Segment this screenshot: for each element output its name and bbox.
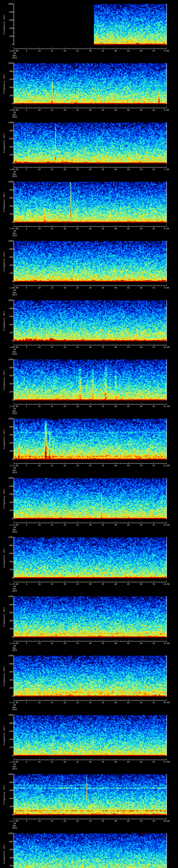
y-tick-label: 0 [4,695,13,698]
y-tick-label: 0 [4,162,13,164]
y-tick-label: 400 [4,679,13,681]
y-tick-label: 1000 [4,122,13,124]
y-tick-label: 1000 [4,536,13,538]
y-axis-title: Frequency (Hz) [3,370,5,390]
x-tick-label: 15 [51,761,53,763]
y-tick-label: 200 [4,213,13,215]
x-tick-label: 45 [127,465,129,467]
x-tick-label: 50 [140,405,142,408]
x-tick-label: 15 [51,465,53,467]
y-tick-label: 200 [4,865,13,867]
x-tick-label: 10 [38,168,40,170]
x-axis-date-line: 2015 [12,235,17,237]
x-tick-label: 10 [38,524,40,526]
x-tick-label: 55 [153,109,155,111]
x-tick-label: 30 [89,820,91,823]
x-axis-date-line: 2015 [12,709,17,711]
y-axis-title: Frequency (Hz) [3,133,5,153]
y-tick-label: 800 [4,307,13,310]
spectrogram-page: { "chart_data": { "type": "heatmap", "su… [0,0,178,868]
x-tick-label: 10 [38,820,40,823]
y-tick-label: 400 [4,501,13,503]
x-tick-label: 20 [63,405,66,408]
x-tick-label: 25 [76,405,79,408]
x-tick-label: 35 [102,405,104,408]
x-tick-label: 20 [63,465,66,467]
x-tick-label: 40 [114,168,117,170]
spectrogram-panel: Frequency (Hz) 020040060080010001:13:005… [0,533,178,592]
y-tick-label: 1000 [4,418,13,420]
x-tick-label: 25 [76,109,79,111]
y-tick-label: 0 [4,518,13,520]
spectrogram-panel: Frequency (Hz) 020040060080010001:16:005… [0,711,178,770]
x-axis-date-line: 2015 [12,412,17,414]
x-tick-label: 10 [38,761,40,763]
x-start-time-label: 1:14:00 [9,642,19,645]
y-tick-label: 0 [4,636,13,638]
y-tick-label: 600 [4,671,13,673]
x-tick-label: 25 [76,287,79,289]
x-tick-label: 25 [76,642,79,645]
x-tick-label: 30 [89,287,91,289]
y-tick-label: 1000 [4,773,13,775]
x-tick-label: 35 [102,168,104,170]
spectrogram-panel: Frequency (Hz) 020040060080010001:09:005… [0,296,178,355]
x-tick-label: 50 [140,109,142,111]
x-tick-label: 35 [102,642,104,645]
x-tick-label: 30 [89,168,91,170]
x-tick-label: 45 [127,702,129,704]
x-tick-label: 15 [51,287,53,289]
x-tick-label: 10 [38,287,40,289]
x-tick-label: 45 [127,109,129,111]
y-tick-label: 200 [4,154,13,156]
x-tick-label: 45 [127,50,129,52]
x-tick-label: 15 [51,346,53,348]
y-tick-label: 1000 [4,299,13,302]
y-tick-label: 600 [4,493,13,495]
x-tick-label: 10 [38,702,40,704]
x-tick-label: 5 [26,168,27,170]
x-tick-label: 25 [76,50,79,52]
y-tick-label: 600 [4,375,13,377]
x-tick-label: 50 [140,820,142,823]
x-tick-label: 10 [38,583,40,585]
x-start-time-label: 1:12:00 [9,524,19,526]
x-tick-label: 35 [102,50,104,52]
y-tick-label: 800 [4,248,13,250]
x-tick-label: 30 [89,109,91,111]
spectrogram-panel: Frequency (Hz) 020040060080010001:05:005… [0,59,178,118]
x-axis-date-line: 2015 [12,768,17,770]
y-tick-label: 400 [4,738,13,740]
x-tick-label: 35 [102,524,104,526]
x-tick-label: 15 [51,227,53,230]
x-tick-label: 30 [89,465,91,467]
x-tick-label: 30 [89,761,91,763]
y-tick-label: 800 [4,840,13,843]
y-axis-title: Frequency (Hz) [3,311,5,331]
y-tick-label: 600 [4,197,13,199]
x-tick-label: 15 [51,405,53,408]
y-tick-label: 200 [4,94,13,97]
x-tick-label: 55 [153,227,155,230]
x-tick-label: 55 [153,702,155,704]
x-tick-label: 30 [89,50,91,52]
x-tick-label: 40 [114,465,117,467]
x-tick-label: 25 [76,168,79,170]
x-end-time-label: 8:00 [164,227,169,230]
y-tick-label: 400 [4,27,13,29]
y-axis-title: Frequency (Hz) [3,666,5,686]
spectrogram-panel: Frequency (Hz) 020040060080010001:15:005… [0,652,178,711]
x-axis-date-line: 2015 [12,827,17,829]
x-tick-label: 15 [51,109,53,111]
spectrogram-panel: Frequency (Hz) 020040060080010001:07:005… [0,178,178,237]
x-start-time-label: 1:09:00 [9,346,19,348]
x-tick-label: 5 [26,465,27,467]
x-start-time-label: 1:16:00 [9,761,19,763]
y-tick-label: 800 [4,781,13,783]
x-tick-label: 10 [38,405,40,408]
y-tick-label: 200 [4,568,13,571]
x-tick-label: 35 [102,820,104,823]
y-tick-label: 600 [4,256,13,258]
y-tick-label: 800 [4,70,13,72]
x-end-time-label: 11:00 [164,405,170,408]
